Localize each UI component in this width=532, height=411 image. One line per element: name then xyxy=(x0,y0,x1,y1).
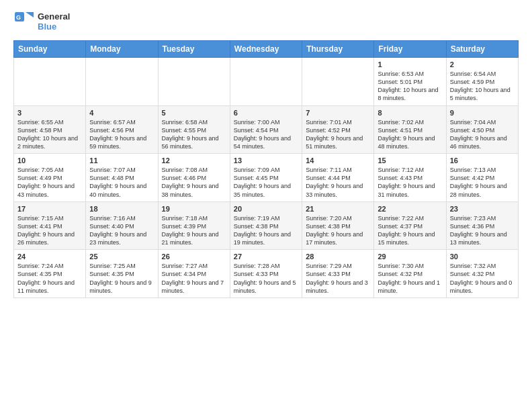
calendar-cell: 28Sunrise: 7:29 AM Sunset: 4:33 PM Dayli… xyxy=(302,250,374,298)
day-number: 22 xyxy=(378,205,442,213)
day-info: Sunrise: 7:09 AM Sunset: 4:45 PM Dayligh… xyxy=(234,166,298,199)
day-number: 9 xyxy=(450,109,515,117)
day-info: Sunrise: 7:30 AM Sunset: 4:32 PM Dayligh… xyxy=(378,262,442,295)
day-info: Sunrise: 7:07 AM Sunset: 4:48 PM Dayligh… xyxy=(89,166,154,199)
day-info: Sunrise: 6:54 AM Sunset: 4:59 PM Dayligh… xyxy=(450,70,515,103)
day-number: 28 xyxy=(306,253,370,261)
day-number: 6 xyxy=(234,109,298,117)
calendar-cell: 10Sunrise: 7:05 AM Sunset: 4:49 PM Dayli… xyxy=(14,154,86,202)
day-number: 19 xyxy=(162,205,226,213)
day-number: 10 xyxy=(17,156,82,165)
day-info: Sunrise: 7:02 AM Sunset: 4:51 PM Dayligh… xyxy=(378,118,442,151)
day-number: 12 xyxy=(162,156,226,165)
day-number: 5 xyxy=(162,109,226,117)
calendar-cell: 8Sunrise: 7:02 AM Sunset: 4:51 PM Daylig… xyxy=(374,105,446,154)
calendar-cell: 19Sunrise: 7:18 AM Sunset: 4:39 PM Dayli… xyxy=(158,201,230,250)
calendar-cell: 21Sunrise: 7:20 AM Sunset: 4:38 PM Dayli… xyxy=(302,201,374,250)
calendar-cell: 2Sunrise: 6:54 AM Sunset: 4:59 PM Daylig… xyxy=(446,58,518,106)
logo: G General Blue xyxy=(13,11,70,32)
day-info: Sunrise: 7:22 AM Sunset: 4:37 PM Dayligh… xyxy=(378,214,442,247)
day-number: 15 xyxy=(378,156,442,165)
day-info: Sunrise: 7:20 AM Sunset: 4:38 PM Dayligh… xyxy=(306,214,370,247)
day-number: 11 xyxy=(89,156,154,165)
calendar: SundayMondayTuesdayWednesdayThursdayFrid… xyxy=(13,40,519,298)
day-number: 18 xyxy=(89,205,154,213)
calendar-cell xyxy=(14,58,86,106)
day-number: 29 xyxy=(378,253,442,261)
day-number: 2 xyxy=(450,60,515,68)
calendar-cell: 25Sunrise: 7:25 AM Sunset: 4:35 PM Dayli… xyxy=(86,250,158,298)
svg-text:G: G xyxy=(16,14,21,21)
day-number: 25 xyxy=(89,253,154,261)
calendar-cell xyxy=(302,58,374,106)
calendar-cell: 23Sunrise: 7:23 AM Sunset: 4:36 PM Dayli… xyxy=(446,201,518,250)
calendar-cell: 14Sunrise: 7:11 AM Sunset: 4:44 PM Dayli… xyxy=(302,154,374,202)
day-info: Sunrise: 7:32 AM Sunset: 4:32 PM Dayligh… xyxy=(450,262,515,295)
calendar-cell: 3Sunrise: 6:55 AM Sunset: 4:58 PM Daylig… xyxy=(14,105,86,154)
day-number: 27 xyxy=(234,253,298,261)
day-info: Sunrise: 7:16 AM Sunset: 4:40 PM Dayligh… xyxy=(89,214,154,247)
svg-marker-2 xyxy=(26,12,34,17)
day-info: Sunrise: 7:19 AM Sunset: 4:38 PM Dayligh… xyxy=(234,214,298,247)
day-number: 23 xyxy=(450,205,515,213)
calendar-cell: 9Sunrise: 7:04 AM Sunset: 4:50 PM Daylig… xyxy=(446,105,518,154)
day-header-wednesday: Wednesday xyxy=(230,41,302,58)
calendar-cell: 4Sunrise: 6:57 AM Sunset: 4:56 PM Daylig… xyxy=(86,105,158,154)
day-info: Sunrise: 7:24 AM Sunset: 4:35 PM Dayligh… xyxy=(17,262,82,295)
day-number: 26 xyxy=(162,253,226,261)
day-info: Sunrise: 6:53 AM Sunset: 5:01 PM Dayligh… xyxy=(378,70,442,103)
day-header-saturday: Saturday xyxy=(446,41,518,58)
day-info: Sunrise: 6:58 AM Sunset: 4:55 PM Dayligh… xyxy=(162,118,226,151)
calendar-cell: 27Sunrise: 7:28 AM Sunset: 4:33 PM Dayli… xyxy=(230,250,302,298)
calendar-cell: 30Sunrise: 7:32 AM Sunset: 4:32 PM Dayli… xyxy=(446,250,518,298)
day-number: 30 xyxy=(450,253,515,261)
calendar-cell: 12Sunrise: 7:08 AM Sunset: 4:46 PM Dayli… xyxy=(158,154,230,202)
calendar-cell xyxy=(86,58,158,106)
day-info: Sunrise: 7:05 AM Sunset: 4:49 PM Dayligh… xyxy=(17,166,82,199)
logo-blue: Blue xyxy=(38,21,70,32)
logo-general: General xyxy=(38,11,70,21)
day-info: Sunrise: 7:27 AM Sunset: 4:34 PM Dayligh… xyxy=(162,262,226,295)
day-info: Sunrise: 7:15 AM Sunset: 4:41 PM Dayligh… xyxy=(17,214,82,247)
day-number: 21 xyxy=(306,205,370,213)
day-info: Sunrise: 7:29 AM Sunset: 4:33 PM Dayligh… xyxy=(306,262,370,295)
day-info: Sunrise: 7:25 AM Sunset: 4:35 PM Dayligh… xyxy=(89,262,154,295)
calendar-cell: 18Sunrise: 7:16 AM Sunset: 4:40 PM Dayli… xyxy=(86,201,158,250)
calendar-cell: 15Sunrise: 7:12 AM Sunset: 4:43 PM Dayli… xyxy=(374,154,446,202)
calendar-cell xyxy=(158,58,230,106)
day-number: 20 xyxy=(234,205,298,213)
day-number: 8 xyxy=(378,109,442,117)
day-info: Sunrise: 7:08 AM Sunset: 4:46 PM Dayligh… xyxy=(162,166,226,199)
calendar-cell: 26Sunrise: 7:27 AM Sunset: 4:34 PM Dayli… xyxy=(158,250,230,298)
day-number: 14 xyxy=(306,156,370,165)
day-info: Sunrise: 6:57 AM Sunset: 4:56 PM Dayligh… xyxy=(89,118,154,151)
day-info: Sunrise: 7:04 AM Sunset: 4:50 PM Dayligh… xyxy=(450,118,515,151)
calendar-cell: 24Sunrise: 7:24 AM Sunset: 4:35 PM Dayli… xyxy=(14,250,86,298)
day-number: 16 xyxy=(450,156,515,165)
calendar-cell: 1Sunrise: 6:53 AM Sunset: 5:01 PM Daylig… xyxy=(374,58,446,106)
logo-svg: G xyxy=(13,11,35,32)
day-info: Sunrise: 7:18 AM Sunset: 4:39 PM Dayligh… xyxy=(162,214,226,247)
calendar-cell: 11Sunrise: 7:07 AM Sunset: 4:48 PM Dayli… xyxy=(86,154,158,202)
calendar-cell: 17Sunrise: 7:15 AM Sunset: 4:41 PM Dayli… xyxy=(14,201,86,250)
day-number: 17 xyxy=(17,205,82,213)
calendar-cell: 5Sunrise: 6:58 AM Sunset: 4:55 PM Daylig… xyxy=(158,105,230,154)
day-info: Sunrise: 7:13 AM Sunset: 4:42 PM Dayligh… xyxy=(450,166,515,199)
calendar-cell: 16Sunrise: 7:13 AM Sunset: 4:42 PM Dayli… xyxy=(446,154,518,202)
calendar-cell: 7Sunrise: 7:01 AM Sunset: 4:52 PM Daylig… xyxy=(302,105,374,154)
calendar-cell: 29Sunrise: 7:30 AM Sunset: 4:32 PM Dayli… xyxy=(374,250,446,298)
day-info: Sunrise: 7:01 AM Sunset: 4:52 PM Dayligh… xyxy=(306,118,370,151)
day-info: Sunrise: 7:00 AM Sunset: 4:54 PM Dayligh… xyxy=(234,118,298,151)
day-info: Sunrise: 7:23 AM Sunset: 4:36 PM Dayligh… xyxy=(450,214,515,247)
day-info: Sunrise: 7:28 AM Sunset: 4:33 PM Dayligh… xyxy=(234,262,298,295)
day-number: 3 xyxy=(17,109,82,117)
day-header-sunday: Sunday xyxy=(14,41,86,58)
day-info: Sunrise: 7:11 AM Sunset: 4:44 PM Dayligh… xyxy=(306,166,370,199)
day-info: Sunrise: 6:55 AM Sunset: 4:58 PM Dayligh… xyxy=(17,118,82,151)
calendar-cell: 20Sunrise: 7:19 AM Sunset: 4:38 PM Dayli… xyxy=(230,201,302,250)
day-header-thursday: Thursday xyxy=(302,41,374,58)
calendar-cell: 13Sunrise: 7:09 AM Sunset: 4:45 PM Dayli… xyxy=(230,154,302,202)
calendar-cell xyxy=(230,58,302,106)
day-number: 24 xyxy=(17,253,82,261)
day-header-monday: Monday xyxy=(86,41,158,58)
